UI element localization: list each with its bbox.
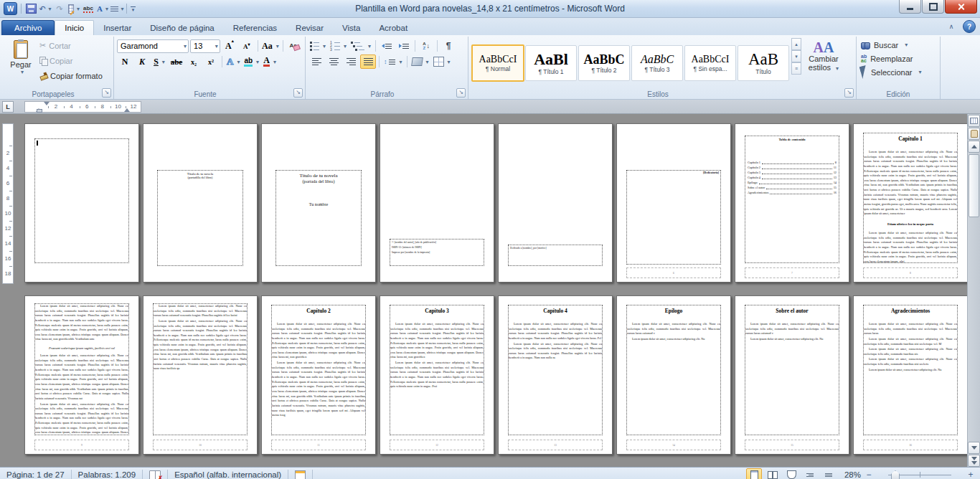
bold-button[interactable]: N [117,54,133,69]
first-line-indent-marker[interactable] [44,102,50,105]
paragraph-dialog-launcher[interactable]: ↘ [456,88,466,98]
align-left-button[interactable] [308,54,324,69]
font-family-combo[interactable]: Garamond ▾ [117,39,189,53]
restore-button[interactable] [922,0,944,14]
find-button[interactable]: Buscar▾ [859,38,937,52]
line-spacing-button[interactable]: ↕▾ [382,54,404,69]
next-page-button[interactable] [968,455,980,467]
bullets-button[interactable]: ▾ [308,39,327,53]
page-thumbnail-11[interactable]: Capítulo 2Lorem ipsum dolor sit amet, co… [261,295,376,455]
page-thumbnail-3[interactable]: Título de tu novela(portada del libro)Tu… [261,123,376,283]
collapse-ribbon-button[interactable]: ∧ [944,21,958,32]
align-center-button[interactable] [326,54,341,69]
page-thumbnail-7[interactable]: Tabla de contenidoCapítulo 18Capítulo 21… [735,123,849,283]
page-thumbnail-2[interactable]: Título de tu novela(portadilla del libro… [143,123,258,283]
styles-scroll-up[interactable]: ▴ [791,38,801,50]
minimize-button[interactable] [899,0,921,14]
underline-button[interactable]: S▾ [151,54,167,69]
zoom-slider[interactable] [880,469,960,479]
status-proofing[interactable] [143,470,168,479]
grow-font-button[interactable]: A▴ [222,39,237,53]
page-thumbnail-6[interactable]: [Dedicatoria]6 [616,123,731,283]
redo-button[interactable]: ↷ [54,3,65,14]
vertical-ruler[interactable]: 24681012141618 [2,123,14,284]
spelling-button[interactable]: abc [83,3,94,14]
styles-gallery-expand[interactable]: ≡ [791,62,801,75]
customize-qat-button[interactable]: ▾ [131,6,136,11]
replace-button[interactable]: abacReemplazar [859,52,937,65]
font-dialog-launcher[interactable]: ↘ [293,88,303,98]
tab-insertar[interactable]: Insertar [94,21,141,35]
change-styles-button[interactable]: AA Cambiar estilos ▾ [801,38,846,88]
word-logo-icon[interactable]: W [4,2,17,15]
document-area[interactable]: 24681012141618 Título de tu novela(porta… [0,114,980,467]
strikethrough-button[interactable]: abe [169,54,184,69]
page-thumbnail-14[interactable]: EpílogoLorem ipsum dolor sit amet, conse… [616,295,731,455]
right-indent-marker[interactable] [124,108,130,112]
view-ruler-toggle-button[interactable] [968,115,980,127]
zoom-out-button[interactable]: − [864,470,874,479]
copy-button[interactable]: Copiar [37,53,105,68]
increase-indent-button[interactable] [396,39,412,53]
page-thumbnail-10[interactable]: Lorem ipsum dolor sit amet, consectetuer… [143,295,258,455]
sort-button[interactable]: AZ↓ [418,39,434,53]
style-titulo[interactable]: AaBTítulo [738,45,789,81]
horizontal-ruler[interactable]: 24681012 [24,101,141,113]
change-case-button[interactable]: Aa▾ [261,39,280,53]
close-button[interactable] [945,0,977,14]
styles-dialog-launcher[interactable]: ↘ [844,88,854,98]
zoom-level[interactable]: 28% [839,470,861,479]
page-thumbnail-15[interactable]: Sobre el autorLorem ipsum dolor sit amet… [735,295,849,455]
decrease-indent-button[interactable] [379,39,395,53]
zoom-thumb[interactable] [891,470,900,479]
numbering-button[interactable]: 123 ▾ [329,39,348,53]
text-effects-button[interactable]: A▾ [225,54,241,69]
view-web-layout-button[interactable] [783,468,799,479]
page-thumbnail-16[interactable]: AgradecimientosLorem ipsum dolor sit ame… [853,295,968,455]
tab-referencias[interactable]: Referencias [224,21,286,35]
superscript-button[interactable]: x² [203,54,219,69]
tab-acrobat[interactable]: Acrobat [369,21,417,35]
tab-revisar[interactable]: Revisar [286,21,333,35]
italic-button[interactable]: K [134,54,150,69]
page-thumbnail-1[interactable] [24,123,139,283]
show-marks-button[interactable]: ¶ [440,39,456,53]
shading-button[interactable]: ▾ [410,54,430,69]
view-fullscreen-reading-button[interactable] [765,468,781,479]
paste-button[interactable]: Pegar ▾ [4,38,37,88]
page-thumbnail-13[interactable]: Capítulo 4Lorem ipsum dolor sit amet, co… [498,295,613,455]
view-outline-button[interactable] [802,468,818,479]
justify-button[interactable] [360,54,376,69]
scroll-down-button[interactable] [968,442,980,454]
status-word-count[interactable]: Palabras: 1.209 [72,470,143,479]
paste-dropdown-icon[interactable]: ▾ [21,69,24,75]
left-indent-marker[interactable] [37,109,42,113]
page-thumbnail-4[interactable]: © [nombre del autor], [año de publicació… [380,123,494,283]
tab-vista[interactable]: Vista [333,21,369,35]
tab-stop-selector[interactable]: L [2,101,14,113]
draw-table-button[interactable]: ▾ [68,3,80,14]
font-color-button[interactable]: A▾ [262,54,278,69]
cut-button[interactable]: ✂Cortar [37,38,105,53]
scrollbar-thumb[interactable] [969,154,979,217]
numbering-qat-button[interactable]: ▾ [111,3,123,14]
page-thumbnail-5[interactable]: Dedicado a [nombre], por [motivo] [498,123,613,283]
tab-inicio[interactable]: Inicio [55,20,94,36]
multilevel-list-button[interactable]: ▾ [349,39,372,53]
styles-scroll-down[interactable]: ▾ [791,50,801,62]
clear-formatting-button[interactable] [286,39,302,53]
view-print-layout-button[interactable] [746,468,762,479]
help-button[interactable]: ? [963,20,976,33]
style-normal[interactable]: AaBbCcI¶ Normal [471,44,524,82]
subscript-button[interactable]: x₂ [186,54,202,69]
font-dialog-button[interactable]: A▾ [97,3,108,14]
shrink-font-button[interactable]: A▾ [239,39,255,53]
page-thumbnail-12[interactable]: Capítulo 3Lorem ipsum dolor sit amet, co… [380,295,494,455]
align-right-button[interactable] [343,54,359,69]
page-thumbnail-8[interactable]: Capítulo 1Lorem ipsum dolor sit amet, co… [853,123,968,283]
status-language[interactable]: Español (alfab. internacional) [168,470,288,479]
scroll-up-button[interactable] [968,141,980,153]
format-painter-button[interactable]: Copiar formato [37,68,105,83]
vertical-scrollbar[interactable] [967,114,980,467]
pan-tool-button[interactable] [968,128,980,140]
